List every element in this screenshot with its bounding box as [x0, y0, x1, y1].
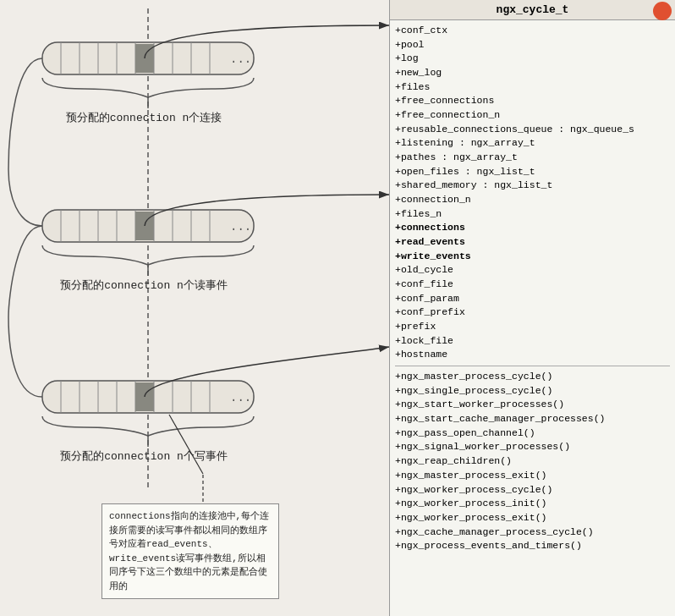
- field-item: +hostname: [395, 348, 670, 362]
- fields-body: +conf_ctx+pool+log+new_log+files+free_co…: [390, 20, 675, 616]
- field-item: +reusable_connections_queue : ngx_queue_…: [395, 123, 670, 137]
- method-item: +ngx_reap_children(): [395, 454, 670, 469]
- field-item: +new_log: [395, 66, 670, 80]
- label1: 预分配的connection n个连接: [51, 110, 237, 125]
- label3: 预分配的connection n个写事件: [51, 448, 237, 464]
- csdn-logo: [653, 2, 672, 20]
- method-item: +ngx_worker_process_exit(): [395, 511, 670, 525]
- method-item: +ngx_pass_open_channel(): [395, 426, 670, 441]
- field-item: +open_files : ngx_list_t: [395, 165, 670, 179]
- svg-text:...: ...: [230, 220, 251, 234]
- field-item: +connections: [395, 221, 670, 235]
- section-divider: [395, 366, 670, 366]
- field-item: +prefix: [395, 320, 670, 334]
- field-item: +pool: [395, 38, 670, 52]
- field-item: +conf_param: [395, 292, 670, 306]
- method-item: +ngx_cache_manager_process_cycle(): [395, 525, 670, 540]
- fields-section1: +conf_ctx+pool+log+new_log+files+free_co…: [395, 24, 670, 362]
- note-box: connections指向的连接池中,每个连接所需要的读写事件都以相同的数组序号…: [102, 503, 279, 599]
- field-item: +shared_memory : ngx_list_t: [395, 179, 670, 193]
- method-item: +ngx_process_events_and_timers(): [395, 539, 670, 553]
- method-item: +ngx_worker_process_init(): [395, 497, 670, 511]
- method-item: +ngx_single_process_cycle(): [395, 384, 670, 399]
- field-item: +pathes : ngx_array_t: [395, 151, 670, 165]
- field-item: +listening : ngx_array_t: [395, 136, 670, 151]
- svg-rect-14: [42, 210, 254, 242]
- svg-rect-27: [42, 381, 254, 413]
- svg-rect-7: [135, 44, 154, 73]
- field-item: +old_cycle: [395, 263, 670, 278]
- right-header: ngx_cycle_t: [390, 0, 675, 20]
- fields-section2: +ngx_master_process_cycle()+ngx_single_p…: [395, 370, 670, 553]
- field-item: +conf_prefix: [395, 305, 670, 320]
- field-item: +conf_file: [395, 278, 670, 292]
- field-item: +files_n: [395, 207, 670, 222]
- field-item: +connection_n: [395, 193, 670, 207]
- field-item: +log: [395, 52, 670, 66]
- method-item: +ngx_start_worker_processes(): [395, 398, 670, 412]
- method-item: +ngx_worker_process_cycle(): [395, 483, 670, 498]
- field-item: +files: [395, 80, 670, 95]
- field-item: +conf_ctx: [395, 24, 670, 38]
- svg-rect-1: [42, 42, 254, 74]
- method-item: +ngx_master_process_cycle(): [395, 370, 670, 384]
- right-panel: ngx_cycle_t +conf_ctx+pool+log+new_log+f…: [389, 0, 675, 616]
- field-item: +write_events: [395, 250, 670, 264]
- left-panel: ... ... ...: [0, 0, 389, 616]
- class-title: ngx_cycle_t: [497, 3, 569, 16]
- method-item: +ngx_start_cache_manager_processes(): [395, 412, 670, 426]
- svg-text:...: ...: [230, 52, 251, 66]
- method-item: +ngx_signal_worker_processes(): [395, 440, 670, 454]
- svg-rect-20: [135, 212, 154, 240]
- label2: 预分配的connection n个读事件: [51, 278, 237, 293]
- field-item: +lock_file: [395, 334, 670, 349]
- svg-text:...: ...: [230, 391, 251, 404]
- method-item: +ngx_master_process_exit(): [395, 469, 670, 483]
- svg-rect-33: [135, 382, 154, 411]
- field-item: +free_connection_n: [395, 108, 670, 123]
- field-item: +read_events: [395, 235, 670, 250]
- svg-line-41: [169, 415, 203, 474]
- field-item: +free_connections: [395, 94, 670, 108]
